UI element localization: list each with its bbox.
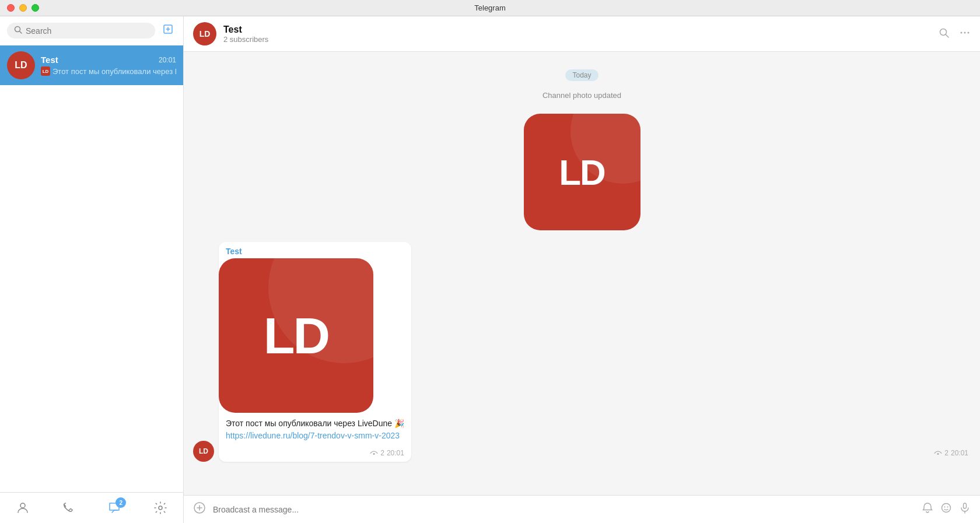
svg-point-11: [937, 453, 939, 455]
nav-profile[interactable]: [11, 499, 34, 517]
message-right-meta: 2 20:01: [934, 449, 968, 462]
chat-preview: LD Этот пост мы опубликовали через LiveD…: [41, 66, 176, 76]
post-time: 20:01: [387, 449, 404, 457]
channel-photo-updated: LD: [193, 114, 971, 230]
svg-point-5: [940, 29, 947, 35]
message-row: LD Test LD Этот пост мы опубликовали чер…: [193, 242, 971, 462]
nav-chats[interactable]: 2: [103, 499, 126, 517]
chat-badge: 2: [116, 497, 126, 508]
chat-header-avatar: LD: [193, 22, 216, 45]
traffic-lights: [7, 4, 39, 12]
svg-rect-18: [964, 503, 967, 508]
compose-button[interactable]: [160, 21, 176, 40]
post-logo-text: LD: [264, 306, 328, 366]
svg-line-6: [946, 34, 949, 37]
channel-photo-logo[interactable]: LD: [524, 114, 640, 230]
post-avatar: LD: [193, 441, 214, 462]
svg-point-17: [947, 507, 949, 508]
right-views: 2: [944, 449, 949, 457]
close-button[interactable]: [7, 4, 15, 12]
chat-item[interactable]: LD Test 20:01 LD Этот пост мы опубликова…: [0, 45, 183, 85]
preview-icon: LD: [41, 66, 50, 76]
post-link[interactable]: https://livedune.ru/blog/7-trendov-v-smm…: [226, 431, 400, 440]
system-message: Channel photo updated: [193, 91, 971, 100]
window-title: Telegram: [474, 3, 505, 12]
emoji-button[interactable]: [940, 502, 952, 517]
chat-name-row: Test 20:01: [41, 55, 176, 65]
post-views: 2: [380, 449, 384, 457]
chat-avatar: LD: [7, 51, 35, 79]
mic-button[interactable]: [959, 502, 971, 517]
chat-header-info: Test 2 subscribers: [223, 24, 931, 44]
bell-button[interactable]: [922, 502, 933, 517]
sidebar-header: [0, 16, 183, 45]
post-sender: Test: [219, 242, 411, 258]
post-text: Этот пост мы опубликовали через LiveDune…: [219, 413, 411, 449]
chat-name: Test: [41, 55, 58, 65]
nav-settings[interactable]: [149, 499, 172, 517]
svg-point-3: [20, 503, 25, 508]
svg-point-9: [968, 31, 970, 33]
more-button[interactable]: [959, 27, 971, 41]
chat-header-actions: [938, 27, 971, 41]
chat-info: Test 20:01 LD Этот пост мы опубликовали …: [41, 55, 176, 76]
svg-point-16: [944, 507, 946, 508]
svg-point-4: [159, 506, 162, 510]
nav-calls[interactable]: [57, 499, 80, 517]
search-input[interactable]: [26, 26, 148, 36]
svg-point-15: [942, 504, 951, 513]
svg-point-10: [373, 453, 375, 455]
chat-header: LD Test 2 subscribers: [184, 16, 980, 52]
svg-point-7: [961, 31, 963, 33]
post-wrapper: LD Test LD Этот пост мы опубликовали чер…: [193, 242, 411, 462]
app-layout: LD Test 20:01 LD Этот пост мы опубликова…: [0, 16, 980, 523]
messages-area: Today Channel photo updated LD LD Test L…: [184, 52, 980, 495]
channel-photo-logo-text: LD: [559, 152, 605, 193]
post-meta-row: 2 20:01: [219, 449, 411, 462]
input-actions: [922, 502, 971, 517]
input-area: [184, 495, 980, 523]
sidebar-bottom-nav: 2: [0, 492, 183, 523]
chat-time: 20:01: [159, 56, 176, 64]
date-separator: Today: [193, 69, 971, 80]
svg-line-1: [20, 31, 22, 34]
search-button[interactable]: [938, 27, 950, 41]
title-bar: Telegram: [0, 0, 980, 16]
message-input[interactable]: [213, 505, 915, 514]
chat-main: LD Test 2 subscribers: [184, 16, 980, 523]
maximize-button[interactable]: [32, 4, 39, 12]
post-image[interactable]: LD: [219, 258, 373, 413]
post-content: Test LD Этот пост мы опубликовали через …: [219, 242, 411, 462]
svg-point-8: [964, 31, 966, 33]
chat-header-name: Test: [223, 24, 931, 35]
search-icon: [14, 26, 22, 36]
minimize-button[interactable]: [19, 4, 27, 12]
search-bar[interactable]: [7, 23, 155, 38]
chat-header-subscribers: 2 subscribers: [223, 35, 931, 44]
sidebar: LD Test 20:01 LD Этот пост мы опубликова…: [0, 16, 184, 523]
attach-button[interactable]: [193, 501, 206, 517]
right-time: 20:01: [951, 449, 968, 457]
